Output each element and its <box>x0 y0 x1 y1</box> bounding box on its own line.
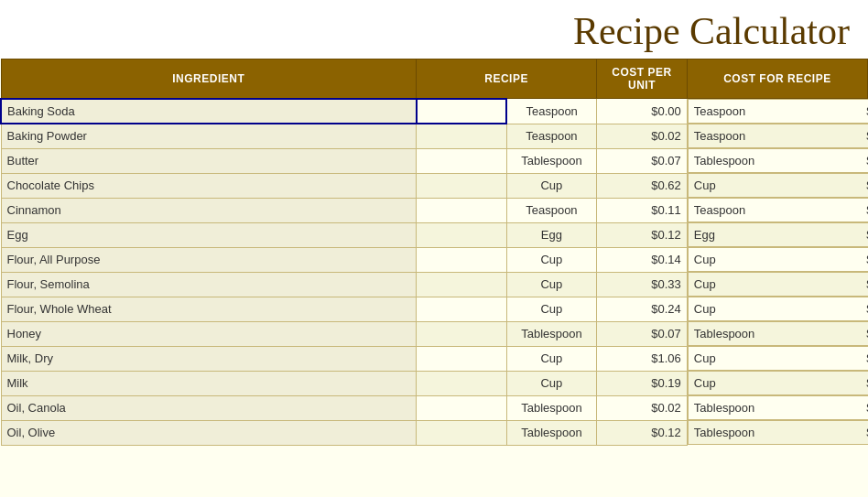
cost-unit-label: Egg <box>694 228 715 242</box>
table-row[interactable]: Flour, Whole WheatCup$0.24Cup$0.00 <box>1 297 868 321</box>
cost-recipe-cell: Egg$0.00 <box>688 222 868 247</box>
ingredient-cell: Milk <box>1 371 417 395</box>
ingredient-cell: Oil, Olive <box>1 420 417 445</box>
cost-price-cell: $0.24 <box>597 297 688 321</box>
cost-unit-label: Cup <box>694 178 716 192</box>
unit-cell: Tablespoon <box>506 148 597 173</box>
unit-cell: Tablespoon <box>506 420 597 445</box>
unit-cell: Cup <box>506 272 597 297</box>
cost-unit-label: Tablespoon <box>694 154 755 167</box>
cost-price-cell: $0.07 <box>597 148 688 173</box>
cost-recipe-cell: Teaspoon$0.00 <box>688 198 868 222</box>
cost-recipe-cell: Cup$0.00 <box>688 173 868 198</box>
header-cost-for-recipe: COST FOR RECIPE <box>687 59 867 99</box>
cost-recipe-cell: Tablespoon$0.00 <box>688 148 868 173</box>
cost-price-cell: $0.14 <box>597 247 688 272</box>
cost-recipe-cell: Cup$0.00 <box>688 247 868 272</box>
unit-cell: Tablespoon <box>506 321 597 346</box>
unit-cell: Cup <box>506 346 597 371</box>
table-row[interactable]: Baking PowderTeaspoon$0.02Teaspoon$0.00 <box>1 124 868 148</box>
cost-unit-label: Cup <box>694 277 716 291</box>
qty-cell[interactable] <box>417 148 507 173</box>
ingredient-cell: Butter <box>1 148 417 173</box>
page: Recipe Calculator INGREDIENT RECIPE COST… <box>0 0 868 497</box>
qty-cell[interactable] <box>417 99 507 124</box>
cost-recipe-cell: Tablespoon$0.00 <box>688 321 868 346</box>
cost-price-cell: $0.33 <box>597 272 688 297</box>
cost-unit-label: Teaspoon <box>694 104 745 118</box>
table-row[interactable]: ButterTablespoon$0.07Tablespoon$0.00 <box>1 148 868 173</box>
ingredient-cell: Baking Powder <box>1 124 417 148</box>
cost-unit-label: Cup <box>694 376 716 390</box>
table-row[interactable]: CinnamonTeaspoon$0.11Teaspoon$0.00 <box>1 198 868 222</box>
cost-unit-label: Tablespoon <box>694 426 755 439</box>
unit-cell: Teaspoon <box>506 99 597 124</box>
cost-price-cell: $0.11 <box>597 198 688 222</box>
cost-price-cell: $0.12 <box>597 420 688 445</box>
qty-cell[interactable] <box>417 173 507 198</box>
header-ingredient: INGREDIENT <box>1 59 417 99</box>
table-row[interactable]: Milk, DryCup$1.06Cup$0.00 <box>1 346 868 371</box>
qty-cell[interactable] <box>417 297 507 321</box>
table-row[interactable]: Flour, SemolinaCup$0.33Cup$0.00 <box>1 272 868 297</box>
unit-cell: Teaspoon <box>506 198 597 222</box>
table-row[interactable]: Oil, CanolaTablespoon$0.02Tablespoon$0.0… <box>1 395 868 420</box>
qty-cell[interactable] <box>417 346 507 371</box>
ingredient-cell: Flour, All Purpose <box>1 247 417 272</box>
unit-cell: Cup <box>506 297 597 321</box>
qty-cell[interactable] <box>417 247 507 272</box>
ingredient-cell: Milk, Dry <box>1 346 417 371</box>
cost-price-cell: $0.62 <box>597 173 688 198</box>
table-row[interactable]: Chocolate ChipsCup$0.62Cup$0.00 <box>1 173 868 198</box>
unit-cell: Cup <box>506 371 597 395</box>
cost-recipe-cell: Cup$0.00 <box>688 272 868 297</box>
ingredient-cell: Oil, Canola <box>1 395 417 420</box>
cost-recipe-cell: Tablespoon$0.00 <box>688 420 868 445</box>
unit-cell: Cup <box>506 173 597 198</box>
title-area: Recipe Calculator <box>0 0 868 59</box>
cost-recipe-cell: Teaspoon$0.00 <box>688 124 868 148</box>
qty-cell[interactable] <box>417 420 507 445</box>
cost-price-cell: $0.02 <box>597 395 688 420</box>
qty-cell[interactable] <box>417 395 507 420</box>
cost-recipe-cell: Cup$0.00 <box>688 346 868 371</box>
qty-cell[interactable] <box>417 222 507 247</box>
header-recipe: RECIPE <box>417 59 597 99</box>
cost-unit-label: Cup <box>694 351 716 365</box>
cost-price-cell: $0.00 <box>597 99 688 124</box>
table-row[interactable]: EggEgg$0.12Egg$0.00 <box>1 222 868 247</box>
cost-recipe-cell: Teaspoon$0.00 <box>688 99 868 124</box>
app-title: Recipe Calculator <box>573 9 850 53</box>
qty-cell[interactable] <box>417 371 507 395</box>
cost-unit-label: Teaspoon <box>694 129 745 143</box>
ingredient-cell: Chocolate Chips <box>1 173 417 198</box>
cost-unit-label: Tablespoon <box>694 401 755 415</box>
cost-unit-label: Tablespoon <box>694 327 755 340</box>
unit-cell: Teaspoon <box>506 124 597 148</box>
cost-unit-label: Cup <box>694 253 716 266</box>
cost-price-cell: $0.12 <box>597 222 688 247</box>
qty-cell[interactable] <box>417 272 507 297</box>
qty-cell[interactable] <box>417 198 507 222</box>
table-wrapper: INGREDIENT RECIPE COST PER UNIT COST FOR… <box>0 59 868 497</box>
unit-cell: Cup <box>506 247 597 272</box>
cost-price-cell: $0.02 <box>597 124 688 148</box>
table-row[interactable]: Baking SodaTeaspoon$0.00Teaspoon$0.00 <box>1 99 868 124</box>
table-row[interactable]: MilkCup$0.19Cup$0.00 <box>1 371 868 395</box>
table-row[interactable]: Flour, All PurposeCup$0.14Cup$0.00 <box>1 247 868 272</box>
ingredient-cell: Flour, Semolina <box>1 272 417 297</box>
unit-cell: Tablespoon <box>506 395 597 420</box>
table-header-row: INGREDIENT RECIPE COST PER UNIT COST FOR… <box>1 59 868 99</box>
ingredient-cell: Baking Soda <box>1 99 417 124</box>
table-row[interactable]: HoneyTablespoon$0.07Tablespoon$0.00 <box>1 321 868 346</box>
cost-recipe-cell: Tablespoon$0.00 <box>688 395 868 420</box>
cost-price-cell: $1.06 <box>597 346 688 371</box>
recipe-table: INGREDIENT RECIPE COST PER UNIT COST FOR… <box>0 59 868 446</box>
cost-unit-label: Cup <box>694 302 716 316</box>
qty-cell[interactable] <box>417 124 507 148</box>
qty-cell[interactable] <box>417 321 507 346</box>
cost-recipe-cell: Cup$0.00 <box>688 371 868 395</box>
cost-recipe-cell: Cup$0.00 <box>688 297 868 321</box>
header-cost-per-unit: COST PER UNIT <box>597 59 688 99</box>
table-row[interactable]: Oil, OliveTablespoon$0.12Tablespoon$0.00 <box>1 420 868 445</box>
